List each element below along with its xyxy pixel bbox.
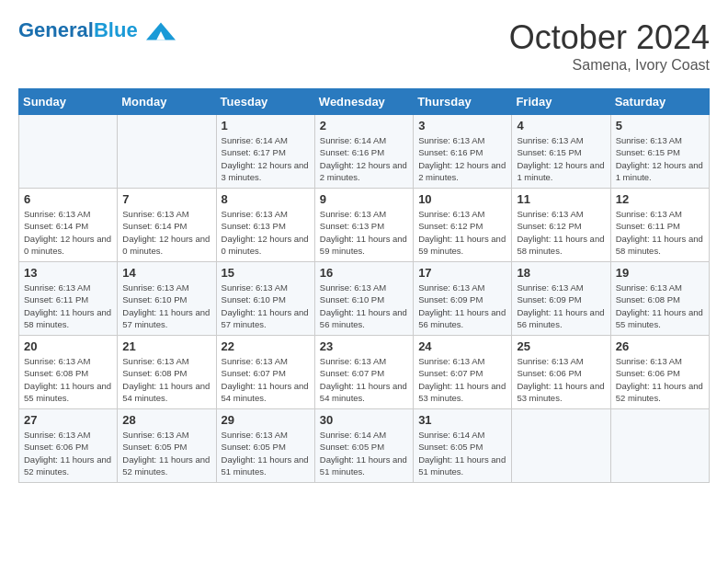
day-info: Sunrise: 6:13 AM Sunset: 6:05 PM Dayligh…	[222, 429, 310, 477]
day-number: 14	[122, 266, 210, 280]
calendar-cell: 31Sunrise: 6:14 AM Sunset: 6:05 PM Dayli…	[414, 409, 512, 483]
calendar-cell: 22Sunrise: 6:13 AM Sunset: 6:07 PM Dayli…	[216, 336, 314, 409]
calendar-cell: 1Sunrise: 6:14 AM Sunset: 6:17 PM Daylig…	[216, 115, 314, 189]
page-header: GeneralBlue October 2024 Samena, Ivory C…	[18, 18, 710, 74]
calendar-cell: 21Sunrise: 6:13 AM Sunset: 6:08 PM Dayli…	[118, 336, 216, 409]
day-number: 8	[222, 192, 310, 206]
week-row-4: 20Sunrise: 6:13 AM Sunset: 6:08 PM Dayli…	[19, 336, 710, 409]
day-number: 16	[320, 266, 408, 280]
day-info: Sunrise: 6:13 AM Sunset: 6:16 PM Dayligh…	[418, 134, 506, 183]
day-info: Sunrise: 6:13 AM Sunset: 6:05 PM Dayligh…	[122, 429, 210, 477]
calendar-cell: 12Sunrise: 6:13 AM Sunset: 6:11 PM Dayli…	[610, 189, 709, 262]
day-number: 7	[122, 192, 210, 206]
day-info: Sunrise: 6:13 AM Sunset: 6:09 PM Dayligh…	[418, 282, 506, 330]
day-info: Sunrise: 6:13 AM Sunset: 6:13 PM Dayligh…	[222, 208, 310, 257]
calendar-cell: 6Sunrise: 6:13 AM Sunset: 6:14 PM Daylig…	[19, 189, 118, 262]
day-info: Sunrise: 6:13 AM Sunset: 6:08 PM Dayligh…	[122, 355, 210, 404]
day-number: 12	[616, 192, 704, 206]
day-info: Sunrise: 6:13 AM Sunset: 6:11 PM Dayligh…	[616, 208, 704, 257]
day-number: 31	[418, 413, 506, 427]
day-number: 20	[24, 339, 112, 353]
calendar-cell: 3Sunrise: 6:13 AM Sunset: 6:16 PM Daylig…	[414, 115, 512, 189]
day-info: Sunrise: 6:13 AM Sunset: 6:10 PM Dayligh…	[122, 282, 210, 330]
week-row-1: 1Sunrise: 6:14 AM Sunset: 6:17 PM Daylig…	[19, 115, 710, 189]
day-info: Sunrise: 6:13 AM Sunset: 6:07 PM Dayligh…	[320, 355, 408, 404]
day-info: Sunrise: 6:13 AM Sunset: 6:14 PM Dayligh…	[122, 208, 210, 257]
calendar-cell: 10Sunrise: 6:13 AM Sunset: 6:12 PM Dayli…	[414, 189, 512, 262]
calendar-cell	[19, 115, 118, 189]
calendar-cell: 11Sunrise: 6:13 AM Sunset: 6:12 PM Dayli…	[512, 189, 610, 262]
day-info: Sunrise: 6:14 AM Sunset: 6:05 PM Dayligh…	[418, 429, 506, 477]
day-number: 17	[418, 266, 506, 280]
calendar-cell	[512, 409, 610, 483]
day-number: 6	[24, 192, 112, 206]
weekday-friday: Friday	[512, 89, 610, 115]
logo-text: GeneralBlue	[18, 18, 176, 44]
weekday-sunday: Sunday	[19, 89, 118, 115]
day-number: 26	[616, 339, 704, 353]
calendar-cell: 23Sunrise: 6:13 AM Sunset: 6:07 PM Dayli…	[314, 336, 413, 409]
day-info: Sunrise: 6:13 AM Sunset: 6:07 PM Dayligh…	[418, 355, 506, 404]
location: Samena, Ivory Coast	[509, 57, 710, 74]
day-number: 28	[122, 413, 210, 427]
logo-icon	[146, 18, 176, 44]
calendar-cell: 5Sunrise: 6:13 AM Sunset: 6:15 PM Daylig…	[610, 115, 709, 189]
day-number: 18	[517, 266, 605, 280]
day-info: Sunrise: 6:14 AM Sunset: 6:05 PM Dayligh…	[320, 429, 408, 477]
day-number: 22	[222, 339, 310, 353]
day-info: Sunrise: 6:14 AM Sunset: 6:16 PM Dayligh…	[320, 134, 408, 183]
calendar-cell: 27Sunrise: 6:13 AM Sunset: 6:06 PM Dayli…	[19, 409, 118, 483]
day-number: 5	[616, 119, 704, 132]
calendar-cell: 7Sunrise: 6:13 AM Sunset: 6:14 PM Daylig…	[118, 189, 216, 262]
logo-general: General	[18, 18, 94, 41]
day-number: 29	[222, 413, 310, 427]
day-info: Sunrise: 6:13 AM Sunset: 6:09 PM Dayligh…	[517, 282, 605, 330]
calendar-cell: 16Sunrise: 6:13 AM Sunset: 6:10 PM Dayli…	[314, 262, 413, 336]
day-info: Sunrise: 6:13 AM Sunset: 6:14 PM Dayligh…	[24, 208, 112, 257]
calendar-cell: 8Sunrise: 6:13 AM Sunset: 6:13 PM Daylig…	[216, 189, 314, 262]
day-number: 2	[320, 119, 408, 132]
calendar-cell: 15Sunrise: 6:13 AM Sunset: 6:10 PM Dayli…	[216, 262, 314, 336]
calendar-table: SundayMondayTuesdayWednesdayThursdayFrid…	[18, 88, 710, 483]
day-info: Sunrise: 6:13 AM Sunset: 6:12 PM Dayligh…	[517, 208, 605, 257]
calendar-cell: 13Sunrise: 6:13 AM Sunset: 6:11 PM Dayli…	[19, 262, 118, 336]
week-row-3: 13Sunrise: 6:13 AM Sunset: 6:11 PM Dayli…	[19, 262, 710, 336]
day-info: Sunrise: 6:13 AM Sunset: 6:06 PM Dayligh…	[24, 429, 112, 477]
day-info: Sunrise: 6:13 AM Sunset: 6:13 PM Dayligh…	[320, 208, 408, 257]
calendar-cell: 26Sunrise: 6:13 AM Sunset: 6:06 PM Dayli…	[610, 336, 709, 409]
calendar-cell: 18Sunrise: 6:13 AM Sunset: 6:09 PM Dayli…	[512, 262, 610, 336]
day-number: 11	[517, 192, 605, 206]
calendar-cell: 24Sunrise: 6:13 AM Sunset: 6:07 PM Dayli…	[414, 336, 512, 409]
weekday-wednesday: Wednesday	[314, 89, 413, 115]
day-info: Sunrise: 6:13 AM Sunset: 6:10 PM Dayligh…	[320, 282, 408, 330]
weekday-header-row: SundayMondayTuesdayWednesdayThursdayFrid…	[19, 89, 710, 115]
month-title: October 2024	[509, 18, 710, 57]
day-info: Sunrise: 6:13 AM Sunset: 6:06 PM Dayligh…	[517, 355, 605, 404]
calendar-cell: 14Sunrise: 6:13 AM Sunset: 6:10 PM Dayli…	[118, 262, 216, 336]
day-info: Sunrise: 6:13 AM Sunset: 6:06 PM Dayligh…	[616, 355, 704, 404]
day-number: 9	[320, 192, 408, 206]
weekday-thursday: Thursday	[414, 89, 512, 115]
day-number: 10	[418, 192, 506, 206]
day-number: 25	[517, 339, 605, 353]
day-number: 15	[222, 266, 310, 280]
calendar-cell: 19Sunrise: 6:13 AM Sunset: 6:08 PM Dayli…	[610, 262, 709, 336]
logo: GeneralBlue	[18, 18, 176, 44]
day-number: 23	[320, 339, 408, 353]
day-number: 4	[517, 119, 605, 132]
day-info: Sunrise: 6:13 AM Sunset: 6:11 PM Dayligh…	[24, 282, 112, 330]
day-info: Sunrise: 6:13 AM Sunset: 6:15 PM Dayligh…	[616, 134, 704, 183]
day-info: Sunrise: 6:13 AM Sunset: 6:08 PM Dayligh…	[24, 355, 112, 404]
day-info: Sunrise: 6:13 AM Sunset: 6:12 PM Dayligh…	[418, 208, 506, 257]
day-number: 21	[122, 339, 210, 353]
logo-blue: Blue	[94, 18, 138, 41]
calendar-cell: 9Sunrise: 6:13 AM Sunset: 6:13 PM Daylig…	[314, 189, 413, 262]
day-info: Sunrise: 6:13 AM Sunset: 6:15 PM Dayligh…	[517, 134, 605, 183]
day-info: Sunrise: 6:13 AM Sunset: 6:10 PM Dayligh…	[222, 282, 310, 330]
weekday-tuesday: Tuesday	[216, 89, 314, 115]
title-block: October 2024 Samena, Ivory Coast	[509, 18, 710, 74]
day-number: 1	[222, 119, 310, 132]
calendar-cell: 17Sunrise: 6:13 AM Sunset: 6:09 PM Dayli…	[414, 262, 512, 336]
day-info: Sunrise: 6:14 AM Sunset: 6:17 PM Dayligh…	[222, 134, 310, 183]
week-row-5: 27Sunrise: 6:13 AM Sunset: 6:06 PM Dayli…	[19, 409, 710, 483]
